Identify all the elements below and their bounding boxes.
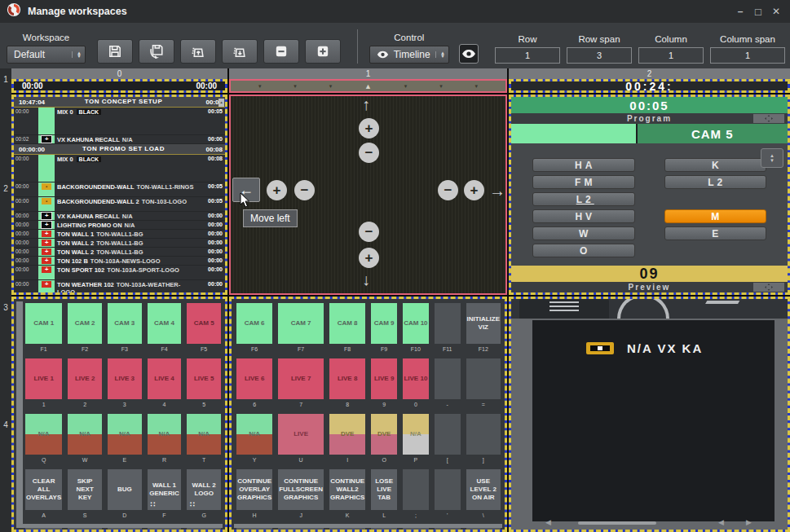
keyer-button[interactable]: L2 [532,192,635,206]
shotbox-button[interactable]: WALL 1 GENERIC [148,469,182,510]
shrink-right-button[interactable] [438,180,458,200]
shotbox-button[interactable] [466,414,501,455]
shotbox-button[interactable]: N/A [403,414,429,455]
shotbox-button[interactable]: CAM 5 [187,303,221,344]
shotbox-button[interactable]: BUG [108,469,142,510]
viz-panel-cell[interactable]: N/A VX KA [509,297,790,532]
shotbox-right-cell[interactable]: CAM 6 F6 CAM 7 F7 CAM 8 F8 CAM 9 F9 [229,297,507,532]
shotbox-button[interactable] [403,469,429,510]
shotbox-button[interactable]: LIVE 10 [403,358,429,399]
horizontal-scrollbar[interactable] [16,524,223,528]
rundown-row[interactable]: 00:00 TON 102 BTON-103A-NEWS-LOGO 00:00 [14,257,225,266]
shotbox-button[interactable]: LIVE 8 [329,358,365,399]
workspace-dropdown[interactable]: Default ▲▼ [7,46,86,64]
shotbox-button[interactable]: LIVE 6 [236,358,272,399]
shotbox-button[interactable]: LOSE LIVE TAB [371,469,397,510]
rundown-row[interactable]: 00:00 LIGHTING PROMO ONN/A 00:00 [14,221,225,230]
keyer-button[interactable]: K [664,158,767,172]
rundown-row[interactable]: 00:00 MIX 0BLACK 00:05 [14,108,225,135]
rundown-row[interactable]: 00:00 TON WALL 1TON-WALL1-BG 00:00 [14,230,225,239]
expand-up-button[interactable] [359,118,379,138]
shotbox-button[interactable]: WALL 2 LOGO [187,469,221,510]
shotbox-button[interactable]: N/A [25,414,62,455]
nudge-up-icon[interactable] [362,96,370,112]
shotbox-button[interactable]: N/A [148,414,182,455]
rundown-row[interactable]: 10:47:04 TON CONCEPT SETUP 00:05 [14,97,225,108]
rundown-row[interactable]: 00:00 BACKGROUNDEND-WALL 2TON-103-LOGO 0… [14,197,225,212]
shotbox-button[interactable]: CAM 2 [68,303,102,344]
menu-tab[interactable] [519,299,609,319]
shotbox-button[interactable]: LIVE 3 [108,358,142,399]
shotbox-button[interactable]: CLEAR ALL OVERLAYS [25,469,62,510]
shotbox-button[interactable]: LIVE 5 [187,358,221,399]
minimize-button[interactable] [733,6,748,18]
rundown-clock-cell[interactable]: 00:00 00:00 [11,79,227,93]
search-icon[interactable] [617,299,669,319]
shotbox-button[interactable]: N/A [236,414,272,455]
maximize-button[interactable] [751,6,766,18]
keyer-button[interactable]: HA [532,158,635,172]
move-right-icon[interactable] [489,182,505,199]
shotbox-button[interactable]: CAM 7 [278,303,324,344]
keyer-button[interactable]: HV [532,209,635,223]
rundown-row[interactable]: 00:00 TON WALL 2TON-WALL1-BG 00:00 [14,239,225,248]
save-workspace-button[interactable] [97,39,133,64]
column-input[interactable]: 1 [638,47,704,64]
keyer-button[interactable]: E [664,226,767,240]
shotbox-button[interactable]: LIVE 9 [371,358,397,399]
shotbox-button[interactable]: N/A [187,414,221,455]
shotbox-button[interactable]: LIVE 7 [278,358,324,399]
shotbox-button[interactable]: CAM 3 [108,303,142,344]
visibility-toggle-button[interactable] [459,44,479,64]
keyer-button[interactable]: O [532,244,635,257]
export-workspace-button[interactable] [222,39,258,64]
save-workspace-as-button[interactable] [139,39,174,64]
shotbox-button[interactable]: LIVE 4 [148,358,182,399]
shotbox-button[interactable]: CONTINUE FULLSCREEN GRAPHICS [278,469,324,510]
shotbox-button[interactable]: DVE [371,414,397,455]
rundown-cell[interactable]: 10:47:04 TON CONCEPT SETUP 00:05 00:00 M… [11,95,227,295]
program-panel-cell[interactable]: 00:05 Program CAM 5 ▲▼ HA K FM L2 L2 [509,95,790,295]
rundown-row[interactable]: 00:00 VX KAHUNA RECALLN/A 00:00 [14,212,225,221]
shotbox-button[interactable]: CAM 1 [25,303,62,344]
close-button[interactable] [769,6,783,18]
shotbox-button[interactable] [435,358,461,399]
nudge-down-icon[interactable] [362,271,370,288]
program-clock-cell[interactable]: 00:24: [509,79,790,93]
shotbox-button[interactable]: CAM 4 [148,303,182,344]
shotbox-button[interactable] [435,303,461,344]
program-source-label[interactable]: CAM 5 [638,124,788,143]
vertical-scrollbar[interactable] [16,301,23,527]
shrink-left-button[interactable] [294,180,315,200]
edit-icon[interactable] [697,301,740,319]
rundown-row[interactable]: 00:00:00 TON PROMO SET LOAD 00:08 [14,144,225,155]
shotbox-button[interactable]: N/A [68,414,102,455]
row-input[interactable]: 1 [495,47,560,64]
row-span-input[interactable]: 3 [567,47,632,64]
rundown-row[interactable]: 00:00 TON WEATHER 102TON-103A-WEATHER-LO… [14,280,225,292]
keyer-button[interactable]: W [532,226,635,240]
shotbox-button[interactable]: CAM 9 [371,303,397,344]
fader-scale-cell[interactable] [229,79,507,93]
control-dropdown[interactable]: Timeline ▲▼ [369,46,449,64]
rundown-scrollbar[interactable] [218,99,224,107]
column-span-input[interactable]: 1 [710,47,785,64]
horizontal-scrollbar[interactable] [234,524,502,528]
shotbox-button[interactable]: CONTINUE WALL2 GRAPHICS [329,469,365,510]
scroll-left-icon[interactable] [545,518,551,526]
shotbox-button[interactable]: INITIALIZE VIZ [466,303,501,344]
remove-row-column-button[interactable] [263,39,299,64]
keyer-button[interactable]: M [664,209,767,223]
shotbox-button[interactable]: LIVE 2 [68,358,102,399]
shrink-down-button[interactable] [359,222,379,242]
fader-panel-cell[interactable]: Move left [229,95,507,295]
shotbox-button[interactable]: USE LEVEL 2 ON AIR [466,469,501,510]
rundown-row[interactable]: 00:00 TON SPORT 102TON-103A-SPORT-LOGO 0… [14,266,225,280]
page-next-icon[interactable] [746,518,752,526]
shotbox-left-cell[interactable]: CAM 1 F1 CAM 2 F2 CAM 3 F3 CAM 4 F4 [11,297,227,532]
page-previous-icon[interactable] [718,518,724,526]
shrink-up-button[interactable] [359,143,379,163]
shotbox-button[interactable]: CAM 8 [329,303,365,344]
shotbox-button[interactable]: CAM 6 [236,303,272,344]
keyer-button[interactable]: FM [532,175,635,189]
